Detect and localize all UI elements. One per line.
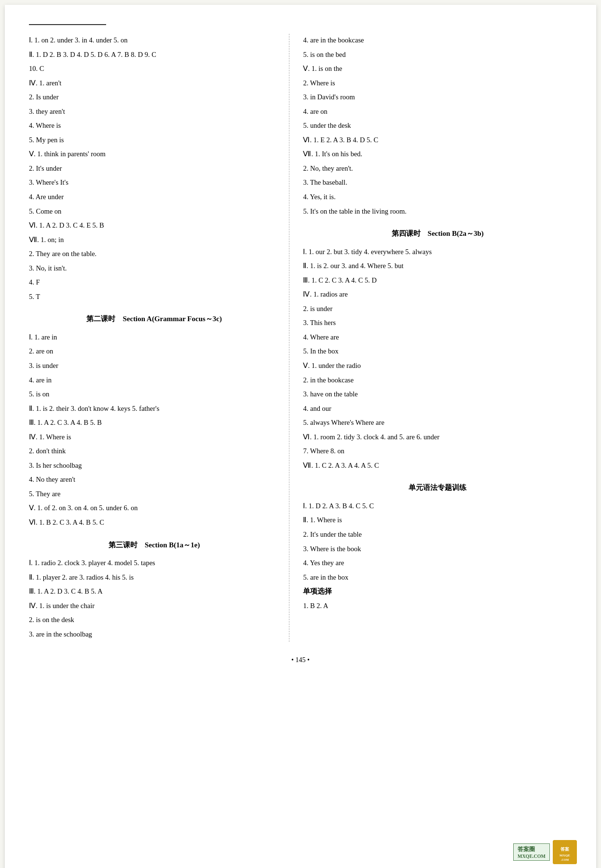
top-line xyxy=(29,24,106,25)
line: Ⅳ. 1. radios are xyxy=(303,288,572,301)
line: 5. under the desk xyxy=(303,119,572,133)
line: 5. Come on xyxy=(29,205,279,218)
line: 2. is on the desk xyxy=(29,613,279,627)
line: 3. This hers xyxy=(303,316,572,330)
line: 2. don't think xyxy=(29,445,279,458)
line: 3. they aren't xyxy=(29,105,279,119)
line: 3. Is her schoolbag xyxy=(29,459,279,473)
line: Ⅴ. 1. think in parents' room xyxy=(29,148,279,161)
line: Ⅱ. 1. Where is xyxy=(303,514,572,527)
line: 4. and our xyxy=(303,402,572,416)
line: 3. have on the table xyxy=(303,388,572,401)
page-number: • 145 • xyxy=(29,656,572,664)
line: 3. Where is the book xyxy=(303,542,572,556)
line: 3. Where's It's xyxy=(29,176,279,190)
line: 单项选择 xyxy=(303,585,572,598)
line: 5. are in the box xyxy=(303,571,572,584)
right-column: 4. are in the bookcase 5. is on the bed … xyxy=(289,34,572,642)
line: 3. No, it isn't. xyxy=(29,262,279,275)
content-wrapper: Ⅰ. 1. on 2. under 3. in 4. under 5. on Ⅱ… xyxy=(29,34,572,642)
line: 2. It's under xyxy=(29,162,279,176)
line: Ⅲ. 1. A 2. C 3. A 4. B 5. B xyxy=(29,416,279,430)
line: Ⅲ. 1. A 2. D 3. C 4. B 5. A xyxy=(29,585,279,598)
section-5-header: 单元语法专题训练 xyxy=(303,481,572,495)
line: 2. in the bookcase xyxy=(303,374,572,387)
line: Ⅶ. 1. It's on his bed. xyxy=(303,148,572,161)
line: 4. Are under xyxy=(29,190,279,204)
section-4-header: 第四课时 Section B(2a～3b) xyxy=(303,227,572,241)
svg-text:答案: 答案 xyxy=(560,846,569,852)
line: Ⅰ. 1. our 2. but 3. tidy 4. everywhere 5… xyxy=(303,245,572,259)
line: 5. They are xyxy=(29,488,279,501)
svg-text:MXQE: MXQE xyxy=(560,854,570,857)
line: Ⅶ. 1. on; in xyxy=(29,233,279,247)
line: 4. are on xyxy=(303,105,572,119)
line: 2. No, they aren't. xyxy=(303,162,572,176)
line: 4. are in xyxy=(29,374,279,387)
line: 5. is on the bed xyxy=(303,48,572,62)
line: Ⅱ. 1. is 2. our 3. and 4. Where 5. but xyxy=(303,259,572,273)
line: 5. In the box xyxy=(303,345,572,358)
line: 1. B 2. A xyxy=(303,599,572,613)
line: Ⅱ. 1. player 2. are 3. radios 4. his 5. … xyxy=(29,571,279,584)
line: Ⅰ. 1. on 2. under 3. in 4. under 5. on xyxy=(29,34,279,47)
watermark-logo: 答案 MXQE .COM xyxy=(553,840,577,864)
line: Ⅵ. 1. E 2. A 3. B 4. D 5. C xyxy=(303,134,572,147)
line: Ⅱ. 1. is 2. their 3. don't know 4. keys … xyxy=(29,402,279,416)
line: 2. It's under the table xyxy=(303,528,572,542)
line: Ⅰ. 1. are in xyxy=(29,331,279,344)
section-4-title: 第四课时 Section B(2a～3b) xyxy=(392,230,484,237)
line: 4. F xyxy=(29,276,279,289)
line: 7. Where 8. on xyxy=(303,445,572,458)
line: 2. are on xyxy=(29,345,279,358)
line: Ⅱ. 1. D 2. B 3. D 4. D 5. D 6. A 7. B 8.… xyxy=(29,48,279,62)
line: Ⅰ. 1. D 2. A 3. B 4. C 5. C xyxy=(303,500,572,513)
line: 10. C xyxy=(29,62,279,76)
left-column: Ⅰ. 1. on 2. under 3. in 4. under 5. on Ⅱ… xyxy=(29,34,289,642)
line: Ⅳ. 1. is under the chair xyxy=(29,599,279,613)
line: Ⅵ. 1. room 2. tidy 3. clock 4. and 5. ar… xyxy=(303,431,572,444)
watermark-text: 答案圈 MXQE.COM xyxy=(513,843,550,861)
line: 3. is under xyxy=(29,359,279,373)
line: 3. The baseball. xyxy=(303,176,572,190)
line: 3. are in the schoolbag xyxy=(29,628,279,641)
line: 2. Is under xyxy=(29,91,279,104)
line: 2. Where is xyxy=(303,77,572,90)
line: 5. always Where's Where are xyxy=(303,416,572,430)
line: 4. Yes they are xyxy=(303,556,572,570)
line: 3. in David's room xyxy=(303,91,572,104)
line: 2. They are on the table. xyxy=(29,247,279,261)
section-2-header: 第二课时 Section A(Grammar Focus～3c) xyxy=(29,312,279,326)
line: 5. My pen is xyxy=(29,134,279,147)
page: Ⅰ. 1. on 2. under 3. in 4. under 5. on Ⅱ… xyxy=(5,5,596,868)
line: 4. are in the bookcase xyxy=(303,34,572,47)
line: Ⅰ. 1. radio 2. clock 3. player 4. model … xyxy=(29,556,279,570)
line: Ⅶ. 1. C 2. A 3. A 4. A 5. C xyxy=(303,459,572,473)
section-3-title: 第三课时 Section B(1a～1e) xyxy=(109,541,200,549)
svg-text:.COM: .COM xyxy=(561,858,569,861)
line: Ⅳ. 1. aren't xyxy=(29,77,279,90)
line: Ⅴ. 1. under the radio xyxy=(303,359,572,373)
line: Ⅲ. 1. C 2. C 3. A 4. C 5. D xyxy=(303,274,572,287)
line: Ⅳ. 1. Where is xyxy=(29,431,279,444)
line: Ⅵ. 1. B 2. C 3. A 4. B 5. C xyxy=(29,516,279,529)
line: 4. Where are xyxy=(303,331,572,344)
line: Ⅴ. 1. of 2. on 3. on 4. on 5. under 6. o… xyxy=(29,502,279,515)
section-2-title: 第二课时 Section A(Grammar Focus～3c) xyxy=(86,315,222,323)
section-3-header: 第三课时 Section B(1a～1e) xyxy=(29,538,279,552)
line: Ⅴ. 1. is on the xyxy=(303,62,572,76)
line: Ⅵ. 1. A 2. D 3. C 4. E 5. B xyxy=(29,219,279,232)
watermark-area: 答案圈 MXQE.COM 答案 MXQE .COM xyxy=(513,840,577,864)
line: 5. T xyxy=(29,290,279,304)
line: 4. Yes, it is. xyxy=(303,190,572,204)
line: 2. is under xyxy=(303,302,572,316)
section-5-title: 单元语法专题训练 xyxy=(409,484,466,491)
line: 4. Where is xyxy=(29,119,279,133)
line: 5. is on xyxy=(29,388,279,401)
line: 5. It's on the table in the living room. xyxy=(303,205,572,218)
line: 4. No they aren't xyxy=(29,473,279,487)
